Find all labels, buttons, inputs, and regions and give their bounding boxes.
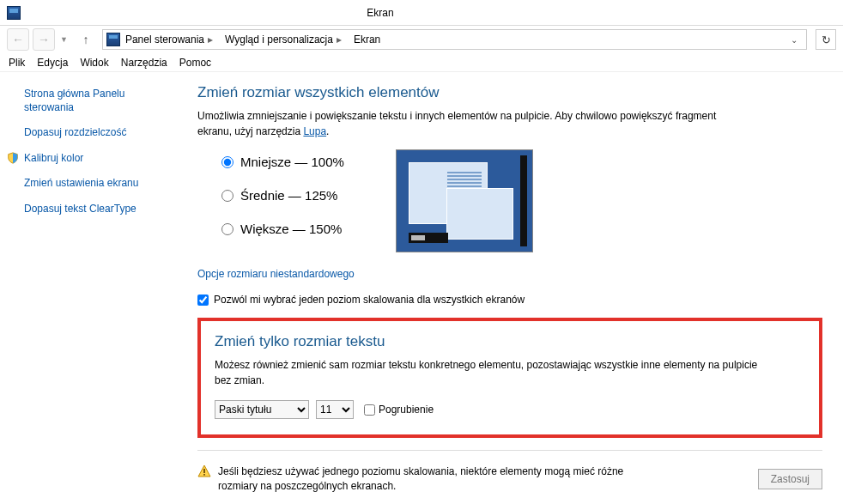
warning-icon bbox=[197, 465, 211, 478]
section2-desc: Możesz również zmienić sam rozmiar tekst… bbox=[215, 357, 764, 388]
divider bbox=[197, 450, 822, 451]
sidebar-item-calibrate[interactable]: Kalibruj kolor bbox=[24, 152, 172, 166]
sidebar-item-label: Kalibruj kolor bbox=[24, 152, 83, 164]
up-button[interactable]: ↑ bbox=[76, 30, 95, 49]
address-bar[interactable]: Panel sterowania▸ Wygląd i personalizacj… bbox=[102, 29, 807, 50]
svg-rect-1 bbox=[203, 474, 205, 476]
menu-edit[interactable]: Edycja bbox=[37, 57, 68, 69]
radio-larger-input[interactable] bbox=[221, 223, 233, 235]
svg-rect-0 bbox=[203, 469, 205, 473]
address-dropdown-icon[interactable]: ⌄ bbox=[785, 35, 803, 45]
scaling-checkbox[interactable] bbox=[197, 295, 209, 306]
menu-help[interactable]: Pomoc bbox=[179, 57, 211, 69]
warning-row: Jeśli będziesz używać jednego poziomu sk… bbox=[197, 459, 822, 500]
warning-text: Jeśli będziesz używać jednego poziomu sk… bbox=[218, 465, 647, 495]
sidebar-item-home[interactable]: Strona główna Panelu sterowania bbox=[24, 88, 172, 114]
sidebar: Strona główna Panelu sterowania Dopasuj … bbox=[0, 72, 180, 504]
element-select[interactable]: Paski tytułu bbox=[215, 400, 309, 419]
breadcrumb[interactable]: Wygląd i personalizacja▸ bbox=[221, 32, 349, 47]
radio-larger[interactable]: Większe — 150% bbox=[221, 222, 344, 236]
location-icon bbox=[106, 33, 120, 46]
titlebar: Ekran bbox=[0, 0, 843, 26]
bold-checkbox-label: Pogrubienie bbox=[379, 404, 434, 416]
radio-label: Średnie — 125% bbox=[240, 188, 337, 203]
apply-button[interactable]: Zastosuj bbox=[758, 469, 822, 489]
shield-icon bbox=[7, 152, 19, 164]
radio-label: Mniejsze — 100% bbox=[240, 155, 344, 169]
font-size-select[interactable]: 11 bbox=[316, 400, 354, 419]
radio-medium[interactable]: Średnie — 125% bbox=[221, 188, 344, 203]
preview-image bbox=[396, 149, 533, 252]
scaling-checkbox-label: Pozwól mi wybrać jeden poziom skalowania… bbox=[214, 294, 525, 306]
menu-file[interactable]: Plik bbox=[9, 57, 25, 69]
breadcrumb[interactable]: Ekran bbox=[350, 32, 384, 47]
radio-smaller-input[interactable] bbox=[221, 156, 233, 168]
history-dropdown-icon[interactable]: ▼ bbox=[60, 35, 68, 44]
back-button[interactable]: ← bbox=[7, 28, 29, 51]
section-title-resize-all: Zmień rozmiar wszystkich elementów bbox=[197, 84, 822, 101]
refresh-button[interactable]: ↻ bbox=[816, 29, 836, 50]
sidebar-item-display-settings[interactable]: Zmień ustawienia ekranu bbox=[24, 177, 172, 191]
main-panel: Zmień rozmiar wszystkich elementów Umożl… bbox=[180, 72, 843, 504]
sidebar-item-resolution[interactable]: Dopasuj rozdzielczość bbox=[24, 126, 172, 140]
radio-medium-input[interactable] bbox=[221, 190, 233, 202]
menu-view[interactable]: Widok bbox=[80, 57, 108, 69]
radio-smaller[interactable]: Mniejsze — 100% bbox=[221, 155, 344, 169]
app-icon bbox=[7, 6, 21, 20]
highlighted-section: Zmień tylko rozmiar tekstu Możesz równie… bbox=[197, 318, 822, 438]
bold-checkbox[interactable] bbox=[364, 404, 375, 416]
menu-tools[interactable]: Narzędzia bbox=[121, 57, 167, 69]
bold-checkbox-row[interactable]: Pogrubienie bbox=[364, 404, 434, 416]
radio-label: Większe — 150% bbox=[240, 222, 342, 236]
custom-size-link[interactable]: Opcje rozmiaru niestandardowego bbox=[197, 268, 822, 280]
menubar: Plik Edycja Widok Narzędzia Pomoc bbox=[0, 53, 843, 72]
nav-toolbar: ← → ▼ ↑ Panel sterowania▸ Wygląd i perso… bbox=[0, 26, 843, 53]
magnifier-link[interactable]: Lupa bbox=[303, 125, 326, 137]
window-title: Ekran bbox=[27, 7, 733, 19]
scaling-checkbox-row[interactable]: Pozwól mi wybrać jeden poziom skalowania… bbox=[197, 294, 822, 306]
section-title-text-size: Zmień tylko rozmiar tekstu bbox=[215, 333, 805, 350]
forward-button[interactable]: → bbox=[33, 28, 55, 51]
breadcrumb[interactable]: Panel sterowania▸ bbox=[122, 32, 220, 47]
size-radio-group: Mniejsze — 100% Średnie — 125% Większe —… bbox=[221, 149, 344, 236]
section-desc: Umożliwia zmniejszanie i powiększanie te… bbox=[197, 108, 747, 139]
sidebar-item-cleartype[interactable]: Dopasuj tekst ClearType bbox=[24, 203, 172, 216]
